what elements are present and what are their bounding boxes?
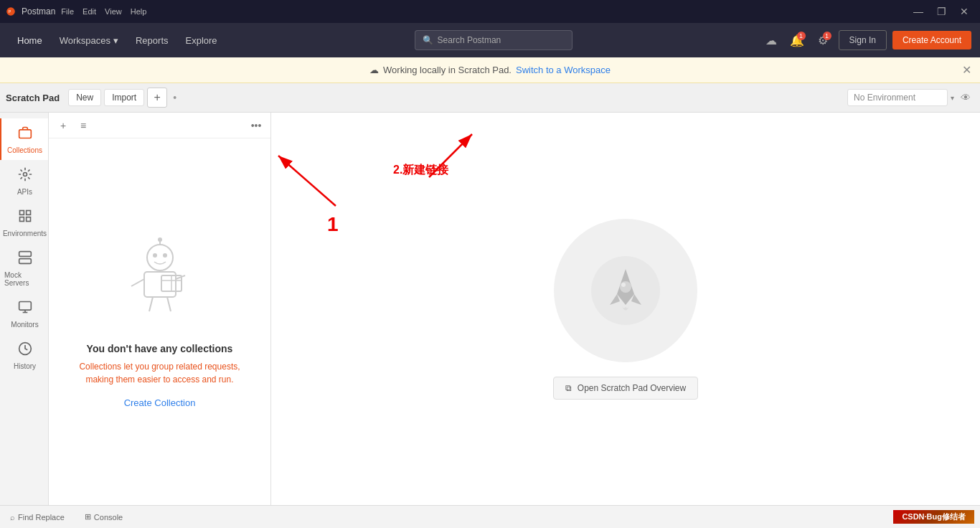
title-bar-left: P Postman File Edit View Help xyxy=(6,6,146,16)
settings-icon-button[interactable]: ⚙ 1 xyxy=(813,30,833,50)
mock-servers-label: Mock Servers xyxy=(4,271,45,287)
sidebar-item-mock-servers[interactable]: Mock Servers xyxy=(0,243,48,293)
nav-search-area: 🔍 Search Postman xyxy=(226,30,761,50)
rocket-illustration xyxy=(554,219,697,362)
svg-point-3 xyxy=(23,173,27,176)
settings-badge: 1 xyxy=(823,32,831,40)
nav-right: ☁ 🔔 1 ⚙ 1 Sign In Create Account xyxy=(761,30,971,50)
new-button[interactable]: New xyxy=(68,89,101,106)
create-account-button[interactable]: Create Account xyxy=(892,31,971,50)
environment-select[interactable]: No Environment xyxy=(847,89,948,106)
find-replace-label: Find Replace xyxy=(18,513,65,522)
main-content-area: Collections APIs Environ xyxy=(0,113,980,505)
menu-view[interactable]: View xyxy=(105,7,122,16)
more-options-button[interactable]: ••• xyxy=(248,117,265,134)
close-button[interactable]: ✕ xyxy=(954,1,974,22)
open-overview-label: Open Scratch Pad Overview xyxy=(578,383,686,393)
open-scratch-pad-overview-button[interactable]: ⧉ Open Scratch Pad Overview xyxy=(553,377,698,400)
bell-icon-button[interactable]: 🔔 1 xyxy=(787,30,807,50)
collections-empty-state: You don't have any collections Collectio… xyxy=(49,138,270,505)
navbar: Home Workspaces ▾ Reports Explore 🔍 Sear… xyxy=(0,23,980,57)
app-name: Postman xyxy=(22,6,55,16)
monitors-icon xyxy=(18,300,32,318)
banner-close-button[interactable]: ✕ xyxy=(962,63,971,77)
footer: ⌕ Find Replace ⊞ Console CSDN·Bug修结者 xyxy=(0,505,980,528)
monitors-label: Monitors xyxy=(11,321,38,329)
svg-point-19 xyxy=(153,253,157,258)
svg-rect-5 xyxy=(26,211,30,215)
sidebar-item-monitors[interactable]: Monitors xyxy=(0,293,48,334)
svg-line-34 xyxy=(278,156,336,206)
svg-rect-12 xyxy=(19,302,31,311)
external-link-icon: ⧉ xyxy=(565,383,572,393)
svg-rect-8 xyxy=(19,252,31,257)
banner-switch-link[interactable]: Switch to a Workspace xyxy=(516,65,611,75)
svg-line-24 xyxy=(149,297,153,311)
plus-icon: + xyxy=(154,91,161,104)
collections-label: Collections xyxy=(7,146,42,154)
apis-icon xyxy=(18,167,32,185)
annotation-text-2: 2.新建链接 xyxy=(393,163,448,178)
title-bar-menu: File Edit View Help xyxy=(61,7,146,16)
history-icon xyxy=(18,341,32,359)
maximize-button[interactable]: ❐ xyxy=(931,1,951,22)
find-replace-icon: ⌕ xyxy=(10,513,15,522)
search-box[interactable]: 🔍 Search Postman xyxy=(415,30,573,50)
sidebar-item-apis[interactable]: APIs xyxy=(0,160,48,202)
history-label: History xyxy=(14,362,36,370)
sidebar-item-collections[interactable]: Collections xyxy=(0,118,48,160)
title-bar: P Postman File Edit View Help — ❐ ✕ xyxy=(0,0,980,23)
nav-explore[interactable]: Explore xyxy=(177,31,226,50)
main-workspace: ⧉ Open Scratch Pad Overview 1 2.新建 xyxy=(271,113,980,505)
cloud-icon: ☁ xyxy=(765,34,777,47)
svg-rect-4 xyxy=(19,211,24,215)
nav-workspaces-label: Workspaces xyxy=(60,35,110,46)
notification-badge: 1 xyxy=(797,32,806,40)
sort-collections-button[interactable]: ≡ xyxy=(75,117,92,134)
banner-text: Working locally in Scratch Pad. xyxy=(383,65,512,75)
menu-edit[interactable]: Edit xyxy=(83,7,96,16)
postman-logo-icon: P xyxy=(6,6,16,16)
empty-desc-run-link[interactable]: run. xyxy=(219,374,234,385)
ellipsis-icon: ••• xyxy=(251,120,262,131)
search-icon: 🔍 xyxy=(423,35,433,45)
nav-home[interactable]: Home xyxy=(9,31,51,50)
empty-desc-text2: making them easier to access and xyxy=(85,374,216,385)
svg-line-25 xyxy=(167,297,171,311)
find-replace-button[interactable]: ⌕ Find Replace xyxy=(6,512,69,523)
tab-bar: Scratch Pad New Import + • No Environmen… xyxy=(0,83,980,113)
apis-label: APIs xyxy=(17,188,32,196)
sidebar-item-history[interactable]: History xyxy=(0,334,48,376)
chevron-down-icon: ▾ xyxy=(113,35,118,46)
add-tab-button[interactable]: + xyxy=(147,88,167,108)
add-collection-button[interactable]: + xyxy=(55,117,72,134)
sidebar-item-environments[interactable]: Environments xyxy=(0,202,48,243)
svg-rect-9 xyxy=(19,259,31,264)
plus-icon: + xyxy=(60,120,66,131)
env-select-container: No Environment ▾ 👁 xyxy=(847,89,974,106)
sort-icon: ≡ xyxy=(80,120,86,131)
sign-in-button[interactable]: Sign In xyxy=(839,30,887,50)
menu-help[interactable]: Help xyxy=(131,7,147,16)
robot-svg xyxy=(117,236,203,329)
empty-title: You don't have any collections xyxy=(87,343,233,354)
import-button[interactable]: Import xyxy=(104,89,144,106)
eye-icon: 👁 xyxy=(961,92,971,103)
annotation-num-1: 1 xyxy=(327,213,339,236)
minimize-button[interactable]: — xyxy=(908,1,928,22)
env-eye-button[interactable]: 👁 xyxy=(957,89,974,106)
empty-illustration xyxy=(117,236,203,331)
mock-servers-icon xyxy=(18,250,32,268)
svg-rect-2 xyxy=(19,130,31,138)
nav-workspaces[interactable]: Workspaces ▾ xyxy=(51,31,127,50)
menu-file[interactable]: File xyxy=(61,7,74,16)
env-dropdown-arrow-icon: ▾ xyxy=(951,94,954,102)
search-placeholder: Search Postman xyxy=(438,35,501,45)
cloud-icon-button[interactable]: ☁ xyxy=(761,30,781,50)
console-button[interactable]: ⊞ Console xyxy=(80,511,127,523)
collections-panel: + ≡ ••• xyxy=(49,113,271,505)
create-collection-link[interactable]: Create Collection xyxy=(124,397,196,408)
nav-reports[interactable]: Reports xyxy=(127,31,177,50)
rocket-svg xyxy=(590,255,661,326)
environments-icon xyxy=(18,209,32,227)
